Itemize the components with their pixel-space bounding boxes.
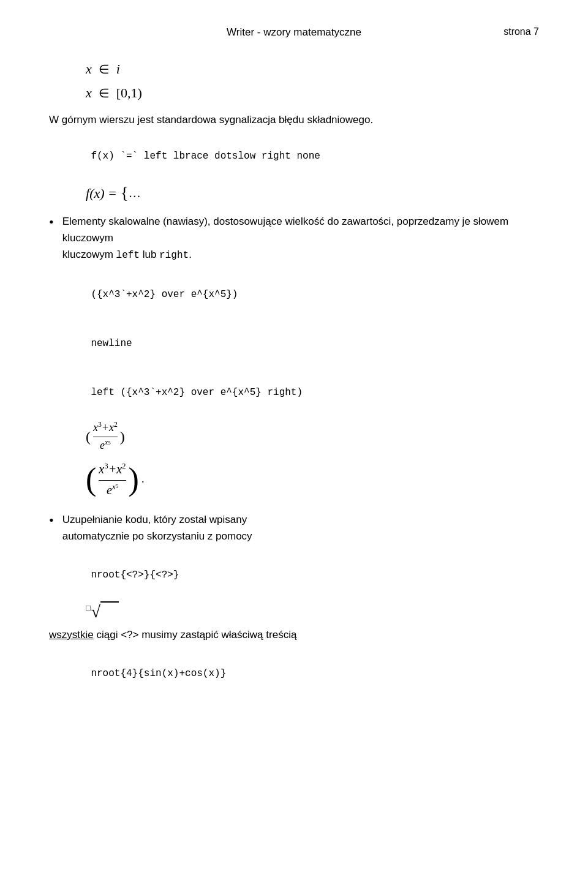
bullet-dot-2: • <box>49 510 54 530</box>
wszystkie-paragraph: wszystkie ciągi <?> musimy zastąpić właś… <box>49 626 539 643</box>
math-fraction-large: ( x3+x2 ex5 ) . <box>86 460 539 499</box>
bullet-content-1: Elementy skalowalne (nawiasy), dostosowu… <box>62 213 539 264</box>
bullet-item-1: • Elementy skalowalne (nawiasy), dostoso… <box>49 213 539 264</box>
bullet1-keyword-line: kluczowym left lub right. <box>62 249 192 260</box>
math-fraction-small: ( x3+x2 ex5 ) <box>86 419 539 454</box>
code-line-6: nroot{4}{sin(x)+cos(x)} <box>67 652 539 696</box>
page: Writer - wzory matematyczne strona 7 x ∈… <box>0 0 588 737</box>
code-line-5: nroot{<?>}{<?>} <box>67 553 539 597</box>
math-f-equals: f(x) = { … <box>86 183 539 203</box>
bullet-item-2: • Uzupełnianie kodu, który został wpisan… <box>49 511 539 544</box>
underline-wszystkie: wszystkie <box>49 629 94 641</box>
code-line-newline: newline <box>67 321 539 366</box>
bullet-content-2: Uzupełnianie kodu, który został wpisany … <box>62 511 252 544</box>
page-header: Writer - wzory matematyczne <box>49 24 539 40</box>
code-line-4: left ({x^3`+x^2} over e^{x^5} right) <box>67 370 539 415</box>
math-x-in-interval: x ∈ [0,1) <box>86 83 539 103</box>
bullet-dot-1: • <box>49 212 54 232</box>
page-number: strona 7 <box>503 24 539 39</box>
header-title: Writer - wzory matematyczne <box>227 26 361 38</box>
nroot-rendered: □ √ <box>86 603 539 620</box>
code-line-1: f(x) `=` left lbrace dotslow right none <box>67 134 539 178</box>
code-line-2: ({x^3`+x^2} over e^{x^5}) <box>67 272 539 317</box>
paragraph1: W górnym wierszu jest standardowa sygnal… <box>49 111 539 128</box>
math-x-in-i: x ∈ i <box>86 59 539 79</box>
